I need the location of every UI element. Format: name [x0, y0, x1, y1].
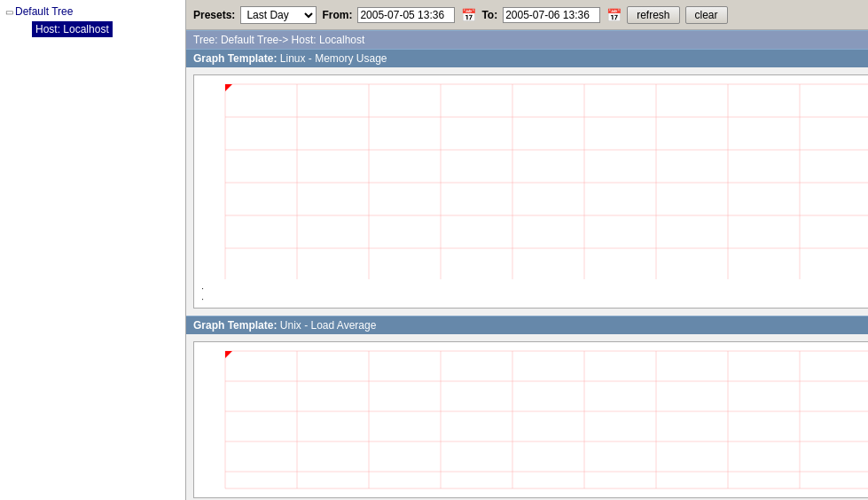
sidebar: ▭ Default Tree Host: Localhost	[0, 0, 186, 500]
to-input[interactable]	[503, 7, 600, 23]
toolbar: Presets: Last Day Last Week Last Month L…	[186, 0, 868, 30]
from-calendar-icon[interactable]: 📅	[460, 7, 476, 23]
graph-section-1: · ·	[186, 67, 868, 316]
graph-template-header-1: Graph Template: Linux - Memory Usage	[186, 49, 868, 67]
refresh-button[interactable]: refresh	[627, 6, 679, 24]
graph-section-2	[186, 334, 868, 500]
breadcrumb: Tree: Default Tree-> Host: Localhost	[186, 30, 868, 49]
tree-expand-icon: ▭	[5, 7, 13, 17]
tree-root-label: Default Tree	[15, 5, 73, 18]
from-input[interactable]	[357, 7, 455, 23]
presets-label: Presets:	[193, 9, 235, 21]
to-calendar-icon[interactable]: 📅	[606, 7, 622, 23]
presets-select[interactable]: Last Day Last Week Last Month Last Year	[240, 6, 317, 24]
main: Presets: Last Day Last Week Last Month L…	[186, 0, 868, 500]
svg-rect-30	[194, 342, 868, 497]
graph-template-header-2: Graph Template: Unix - Load Average	[186, 316, 868, 334]
graph-container-1: · ·	[193, 74, 868, 309]
from-label: From:	[322, 9, 352, 21]
content-area: Tree: Default Tree-> Host: Localhost Gra…	[186, 30, 868, 500]
load-average-chart[interactable]	[194, 342, 868, 497]
clear-button[interactable]: clear	[685, 6, 728, 24]
tree-child-host[interactable]: Host: Localhost	[32, 21, 113, 37]
graph-legend-1: · ·	[194, 279, 868, 308]
tree-root[interactable]: ▭ Default Tree	[4, 4, 182, 20]
memory-usage-chart[interactable]	[194, 75, 868, 279]
to-label: To:	[481, 9, 497, 21]
graph-container-2	[193, 341, 868, 498]
svg-rect-1	[225, 84, 868, 279]
